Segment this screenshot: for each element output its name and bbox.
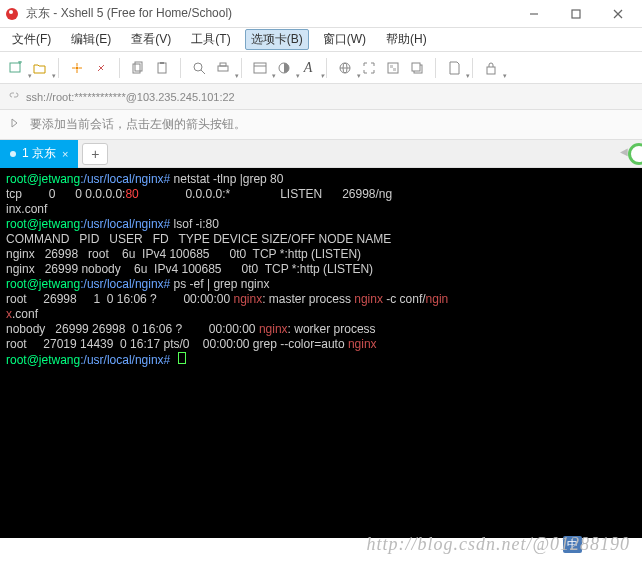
menu-tabs[interactable]: 选项卡(B) [245,29,309,50]
separator [58,58,59,78]
toolbar: A [0,52,642,84]
transparent-button[interactable] [383,58,403,78]
cursor [178,352,186,364]
add-tab-button[interactable]: + [82,143,108,165]
separator [119,58,120,78]
separator [326,58,327,78]
address-text[interactable]: ssh://root:************@103.235.245.101:… [26,91,235,103]
svg-rect-6 [10,63,20,72]
menu-view[interactable]: 查看(V) [125,29,177,50]
find-button[interactable] [189,58,209,78]
paste-button[interactable] [152,58,172,78]
tab-label: 1 京东 [22,145,56,162]
copy-button[interactable] [128,58,148,78]
address-bar: ssh://root:************@103.235.245.101:… [0,84,642,110]
svg-rect-18 [254,63,266,73]
lock-button[interactable] [481,58,501,78]
svg-rect-11 [135,62,142,71]
watermark: http://blog.csdn.net/@01288190 [366,534,630,555]
svg-rect-13 [160,62,164,64]
svg-rect-3 [572,10,580,18]
svg-rect-26 [393,68,396,71]
arrow-icon[interactable] [8,116,22,133]
svg-rect-16 [218,66,228,71]
svg-point-1 [9,10,13,14]
tab-close-icon[interactable]: × [62,148,68,160]
ontop-button[interactable] [407,58,427,78]
print-button[interactable] [213,58,233,78]
colorscheme-button[interactable] [274,58,294,78]
menu-help[interactable]: 帮助(H) [380,29,433,50]
open-session-button[interactable] [30,58,50,78]
separator [241,58,242,78]
tabs-bar: 1 京东 × + ◀ ▶ [0,140,642,168]
reconnect-button[interactable] [67,58,87,78]
link-icon [8,89,20,104]
tab-status-icon [10,151,16,157]
encoding-button[interactable] [335,58,355,78]
separator [435,58,436,78]
menu-file[interactable]: 文件(F) [6,29,57,50]
new-session-button[interactable] [6,58,26,78]
menu-window[interactable]: 窗口(W) [317,29,372,50]
tip-bar: 要添加当前会话，点击左侧的箭头按钮。 [0,110,642,140]
minimize-button[interactable] [514,2,554,26]
window-title: 京东 - Xshell 5 (Free for Home/School) [26,5,514,22]
properties-button[interactable] [250,58,270,78]
svg-rect-12 [158,63,166,73]
svg-point-0 [6,8,18,20]
menubar: 文件(F) 编辑(E) 查看(V) 工具(T) 选项卡(B) 窗口(W) 帮助(… [0,28,642,52]
svg-point-14 [194,63,202,71]
tip-text: 要添加当前会话，点击左侧的箭头按钮。 [30,116,246,133]
svg-rect-10 [133,64,140,73]
close-button[interactable] [598,2,638,26]
separator [180,58,181,78]
menu-edit[interactable]: 编辑(E) [65,29,117,50]
fullscreen-button[interactable] [359,58,379,78]
svg-rect-25 [390,65,393,68]
window-controls [514,2,638,26]
terminal[interactable]: root@jetwang:/usr/local/nginx# netstat -… [0,168,642,538]
svg-line-15 [201,70,205,74]
svg-point-9 [76,66,79,69]
maximize-button[interactable] [556,2,596,26]
svg-rect-28 [412,63,420,71]
svg-rect-29 [487,67,495,74]
svg-rect-17 [220,63,226,66]
menu-tools[interactable]: 工具(T) [185,29,236,50]
app-icon [4,6,20,22]
script-button[interactable] [444,58,464,78]
tabs-prev[interactable]: ◀ [620,146,628,157]
separator [472,58,473,78]
tab-active[interactable]: 1 京东 × [0,140,78,168]
font-button[interactable]: A [298,58,318,78]
disconnect-button[interactable] [91,58,111,78]
update-bubble-icon[interactable] [628,143,642,165]
titlebar: 京东 - Xshell 5 (Free for Home/School) [0,0,642,28]
